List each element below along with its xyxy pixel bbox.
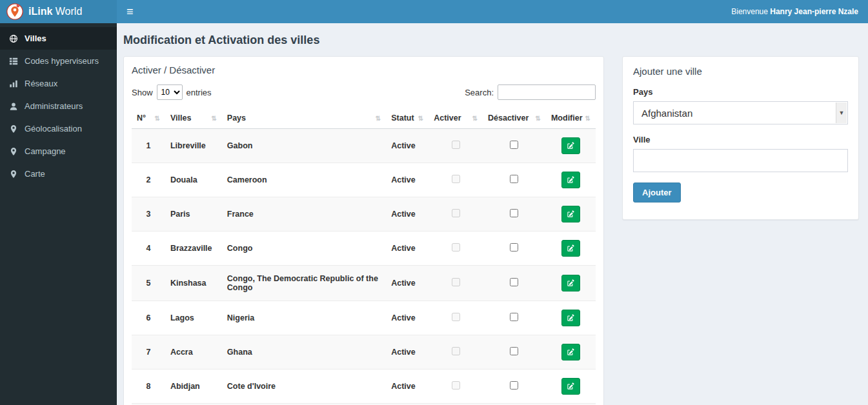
cell-pays: Nigeria bbox=[222, 301, 386, 335]
desactiver-checkbox[interactable] bbox=[510, 141, 518, 149]
edit-button[interactable] bbox=[561, 240, 580, 257]
sidebar-item-label: Administrateurs bbox=[25, 101, 83, 111]
cell-pays: Cameroon bbox=[222, 163, 386, 197]
sidebar-toggle-icon[interactable]: ≡ bbox=[126, 6, 134, 17]
sidebar-item-administrateurs[interactable]: Administrateurs bbox=[0, 95, 117, 117]
edit-pencil-icon bbox=[567, 142, 574, 150]
sort-icon: ⇅ bbox=[472, 115, 478, 122]
welcome-user-name: Hanry Jean-pierre Nzale bbox=[770, 7, 858, 16]
edit-button[interactable] bbox=[561, 344, 580, 361]
sidebar-item-label: Géolocalisation bbox=[25, 124, 82, 133]
ville-input[interactable] bbox=[633, 149, 848, 172]
edit-pencil-icon bbox=[567, 176, 574, 184]
desactiver-checkbox[interactable] bbox=[510, 381, 518, 390]
welcome-text: Bienvenue Hanry Jean-pierre Nzale bbox=[731, 7, 858, 16]
table-row: 4 Brazzaville Congo Active bbox=[132, 232, 596, 266]
activer-checkbox bbox=[452, 243, 460, 252]
desactiver-checkbox[interactable] bbox=[510, 243, 518, 252]
table-panel-title: Activer / Désactiver bbox=[132, 64, 596, 75]
column-header-statut[interactable]: Statut⇅ bbox=[386, 108, 429, 129]
sidebar-item-codes-hyperviseurs[interactable]: Codes hyperviseurs bbox=[0, 50, 117, 72]
cell-num: 2 bbox=[132, 163, 165, 197]
activer-checkbox bbox=[452, 313, 460, 321]
page-content: Modification et Activation des villes Ac… bbox=[117, 23, 868, 405]
top-navbar: ≡ Bienvenue Hanry Jean-pierre Nzale bbox=[117, 0, 868, 23]
cell-num: 3 bbox=[132, 197, 165, 232]
sort-icon: ⇅ bbox=[376, 115, 381, 122]
desactiver-checkbox[interactable] bbox=[510, 313, 518, 321]
desactiver-checkbox[interactable] bbox=[510, 278, 518, 286]
cell-ville: Libreville bbox=[165, 129, 222, 163]
sidebar-item-carte[interactable]: Carte bbox=[0, 163, 117, 185]
cell-statut: Active bbox=[386, 266, 429, 301]
sort-icon: ⇅ bbox=[418, 115, 423, 122]
table-row: 6 Lagos Nigeria Active bbox=[132, 301, 596, 335]
cell-ville: Accra bbox=[165, 335, 222, 370]
sidebar-item-reseaux[interactable]: Réseaux bbox=[0, 72, 117, 95]
sidebar-item-campagne[interactable]: Campagne bbox=[0, 140, 117, 163]
edit-button[interactable] bbox=[561, 275, 580, 291]
sort-icon: ⇅ bbox=[585, 115, 590, 122]
activer-checkbox bbox=[452, 209, 460, 217]
column-header-modifier[interactable]: Modifier⇅ bbox=[546, 108, 596, 129]
column-header-pays[interactable]: Pays⇅ bbox=[222, 108, 386, 129]
welcome-prefix: Bienvenue bbox=[731, 7, 770, 16]
page-length-select[interactable]: 10 bbox=[157, 84, 183, 100]
table-row: 3 Paris France Active bbox=[132, 197, 596, 232]
cell-statut: Active bbox=[386, 163, 429, 197]
search-control: Search: bbox=[465, 84, 596, 100]
cell-pays: Cote d'Ivoire bbox=[222, 370, 386, 404]
search-input[interactable] bbox=[498, 84, 596, 100]
ville-label: Ville bbox=[633, 135, 848, 144]
search-label: Search: bbox=[465, 88, 494, 97]
edit-button[interactable] bbox=[561, 378, 580, 395]
activer-checkbox bbox=[452, 381, 460, 390]
list-icon bbox=[9, 57, 18, 66]
sidebar: iLink World Villes Codes hyperviseurs Ré… bbox=[0, 0, 117, 405]
entries-label: entries bbox=[187, 88, 212, 97]
cell-statut: Active bbox=[386, 197, 429, 232]
column-header-activer[interactable]: Activer⇅ bbox=[429, 108, 483, 129]
desactiver-checkbox[interactable] bbox=[510, 347, 518, 355]
edit-button[interactable] bbox=[561, 172, 580, 188]
pays-label: Pays bbox=[633, 87, 848, 97]
sidebar-item-label: Réseaux bbox=[25, 79, 57, 88]
sidebar-item-label: Carte bbox=[25, 169, 45, 179]
cell-ville: Abidjan bbox=[165, 370, 222, 404]
cell-ville: Brazzaville bbox=[165, 232, 222, 266]
user-icon bbox=[9, 102, 18, 111]
sidebar-nav: Villes Codes hyperviseurs Réseaux Admini… bbox=[0, 23, 117, 185]
desactiver-checkbox[interactable] bbox=[510, 209, 518, 217]
cell-pays: France bbox=[222, 197, 386, 232]
ajouter-button[interactable]: Ajouter bbox=[633, 183, 681, 202]
cell-pays: Congo bbox=[222, 232, 386, 266]
edit-pencil-icon bbox=[567, 382, 574, 390]
column-header-villes[interactable]: Villes⇅ bbox=[165, 108, 222, 129]
desactiver-checkbox[interactable] bbox=[510, 175, 518, 183]
edit-pencil-icon bbox=[567, 279, 574, 287]
column-header-desactiver[interactable]: Désactiver⇅ bbox=[483, 108, 546, 129]
sidebar-item-villes[interactable]: Villes bbox=[0, 27, 117, 50]
table-header-row: N°⇅ Villes⇅ Pays⇅ Statut⇅ Activer⇅ Désac… bbox=[132, 108, 596, 129]
cell-ville: Kinshasa bbox=[165, 266, 222, 301]
activer-checkbox bbox=[452, 347, 460, 355]
cell-ville: Lagos bbox=[165, 301, 222, 335]
add-panel-title: Ajouter une ville bbox=[633, 66, 848, 77]
column-header-num[interactable]: N°⇅ bbox=[132, 108, 165, 129]
sidebar-item-geolocalisation[interactable]: Géolocalisation bbox=[0, 117, 117, 140]
edit-button[interactable] bbox=[561, 310, 580, 326]
edit-pencil-icon bbox=[567, 348, 574, 356]
sidebar-item-label: Codes hyperviseurs bbox=[25, 56, 99, 66]
pays-select[interactable]: Afghanistan bbox=[634, 102, 847, 124]
cell-num: 1 bbox=[132, 129, 165, 163]
edit-button[interactable] bbox=[561, 137, 580, 154]
show-entries-control: Show 10 entries bbox=[132, 84, 212, 100]
table-row: 8 Abidjan Cote d'Ivoire Active bbox=[132, 370, 596, 404]
map-marker-icon bbox=[9, 170, 18, 179]
cell-ville: Paris bbox=[165, 197, 222, 232]
edit-button[interactable] bbox=[561, 206, 580, 222]
table-row: 5 Kinshasa Congo, The Democratic Republi… bbox=[132, 266, 596, 301]
sort-icon: ⇅ bbox=[155, 115, 160, 122]
show-label: Show bbox=[132, 88, 153, 97]
edit-pencil-icon bbox=[567, 244, 574, 252]
